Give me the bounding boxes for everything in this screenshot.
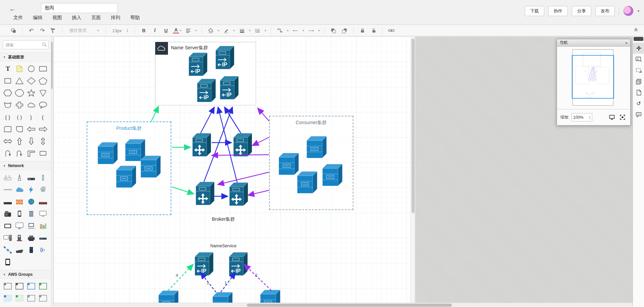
shape-vpc-green[interactable] <box>14 292 26 304</box>
navigator-header[interactable]: 导航 » <box>557 39 630 47</box>
new-page-icon[interactable] <box>633 87 644 98</box>
align-button[interactable] <box>184 27 192 35</box>
edge-label-4[interactable]: 4 <box>176 273 178 278</box>
canvas-horizontal-scrollbar[interactable] <box>54 303 640 307</box>
instance-node[interactable] <box>116 166 136 189</box>
shape-satellite-dish[interactable] <box>37 184 49 196</box>
shape-brace-right[interactable]: } <box>26 111 37 123</box>
section-header-0[interactable]: ▼基础图形 <box>0 53 53 61</box>
name-server-node[interactable]: IP <box>220 76 239 100</box>
navigator-toggle-icon[interactable] <box>633 43 644 54</box>
link-icon[interactable] <box>387 27 395 35</box>
instance-node[interactable] <box>307 136 327 159</box>
connector-type-button[interactable] <box>276 27 284 35</box>
font-family-select[interactable]: 微软雅黑▾ <box>67 27 101 35</box>
shape-group-gray[interactable] <box>2 280 14 292</box>
font-size-stepper[interactable]: 13px ▲▼ <box>111 27 130 35</box>
shape-office-building[interactable] <box>26 208 37 220</box>
canvas-horizontal-scrollbar-thumb[interactable] <box>247 304 452 307</box>
toolbar-collapse-icon[interactable] <box>633 27 639 33</box>
broker-node[interactable] <box>229 183 248 207</box>
shape-globe[interactable] <box>26 196 37 208</box>
shape-circle[interactable] <box>26 63 37 75</box>
shape-cross[interactable] <box>14 99 26 111</box>
name-server-node[interactable]: IP <box>229 252 248 276</box>
document-title-input[interactable] <box>41 3 118 13</box>
action-button-0[interactable]: 下载 <box>525 6 544 16</box>
shape-lightning[interactable] <box>26 184 37 196</box>
zoom-down-icon[interactable]: ▼ <box>589 117 591 119</box>
unlock-icon[interactable] <box>370 27 378 35</box>
shape-server-rack[interactable] <box>37 196 49 208</box>
name-server-node[interactable]: IP <box>189 53 207 77</box>
duplicate-page-icon[interactable] <box>633 76 644 87</box>
shape-arrow-leftright[interactable] <box>2 135 14 147</box>
shape-fax-phone[interactable] <box>2 208 14 220</box>
comment-icon[interactable] <box>633 109 644 120</box>
canvas-vertical-scrollbar[interactable] <box>411 37 415 307</box>
shape-wifi-signal[interactable] <box>37 244 49 256</box>
fit-view-icon[interactable] <box>618 113 627 121</box>
shape-subnet-gray-1[interactable] <box>26 292 37 304</box>
shape-antenna-tower[interactable] <box>37 171 49 184</box>
edge-label-1a[interactable]: 1 <box>207 280 209 285</box>
shape-tablet[interactable] <box>2 256 14 268</box>
shape-uturn-down[interactable] <box>2 147 14 159</box>
shape-arrow-down[interactable] <box>26 135 37 147</box>
instance-node[interactable] <box>297 171 317 194</box>
presentation-icon[interactable] <box>607 113 616 121</box>
shape-triangle[interactable] <box>14 75 26 87</box>
instance-node[interactable] <box>141 156 161 178</box>
shape-style-button[interactable] <box>9 27 17 35</box>
shape-desktop-monitor[interactable] <box>14 220 26 232</box>
strip-handle[interactable] <box>634 37 643 41</box>
arrow-start-button[interactable] <box>292 27 300 35</box>
shape-modem[interactable] <box>26 171 37 184</box>
name-service-label[interactable]: NameService <box>203 243 244 248</box>
menu-3[interactable]: 插入 <box>72 15 81 21</box>
action-button-3[interactable]: 发布 <box>595 6 615 16</box>
line-width-button[interactable] <box>238 27 246 35</box>
instance-node[interactable] <box>98 142 118 165</box>
action-button-2[interactable]: 分享 <box>572 6 591 16</box>
shape-cell-tower[interactable] <box>14 171 26 184</box>
minimap[interactable] <box>557 47 630 108</box>
undo-icon[interactable]: ↶ <box>27 27 35 35</box>
shape-arrow-left[interactable] <box>26 123 37 135</box>
shape-scanner[interactable] <box>14 244 26 256</box>
send-to-back-button[interactable] <box>341 27 349 35</box>
shape-rack-unit[interactable] <box>37 232 49 244</box>
name-server-node[interactable]: IP <box>195 252 213 276</box>
section-header-1[interactable]: ▼Network <box>0 161 53 170</box>
broker-cluster-label[interactable]: Broker集群 <box>203 216 244 222</box>
shape-satellite[interactable] <box>2 244 14 256</box>
shape-arrow-up[interactable] <box>14 135 26 147</box>
line-style-button[interactable] <box>254 27 262 35</box>
shape-cloud[interactable] <box>26 99 37 111</box>
redo-icon[interactable]: ↷ <box>38 27 46 35</box>
shape-switch[interactable] <box>2 196 14 208</box>
format-painter-icon[interactable] <box>49 27 57 35</box>
fill-color-button[interactable] <box>207 27 215 35</box>
shape-subnet-gray-2[interactable] <box>37 292 49 304</box>
shape-monitor[interactable] <box>37 208 49 220</box>
shape-paren-pair[interactable]: ( ) <box>14 111 26 123</box>
shape-corner[interactable] <box>26 147 37 159</box>
action-button-1[interactable]: 协作 <box>548 6 568 16</box>
shape-laptop[interactable] <box>26 220 37 232</box>
shape-trapezoid[interactable] <box>2 99 14 111</box>
shape-feature-phone[interactable] <box>14 232 26 244</box>
shape-rect[interactable] <box>37 63 49 75</box>
shape-hexagon[interactable] <box>2 87 14 99</box>
bold-button[interactable]: B <box>140 27 148 35</box>
edge-label-1b[interactable]: 1 <box>224 280 227 285</box>
shape-rect-2[interactable] <box>2 75 14 87</box>
menu-1[interactable]: 编辑 <box>33 15 42 21</box>
shape-smartphone[interactable] <box>14 208 26 220</box>
shape-vpc-blue[interactable] <box>2 292 14 304</box>
bring-to-front-button[interactable] <box>330 27 338 35</box>
name-server-node[interactable]: IP <box>216 46 234 70</box>
shape-diamond[interactable] <box>26 75 37 87</box>
shape-city-buildings[interactable] <box>37 220 49 232</box>
shape-pentagon[interactable] <box>37 75 49 87</box>
